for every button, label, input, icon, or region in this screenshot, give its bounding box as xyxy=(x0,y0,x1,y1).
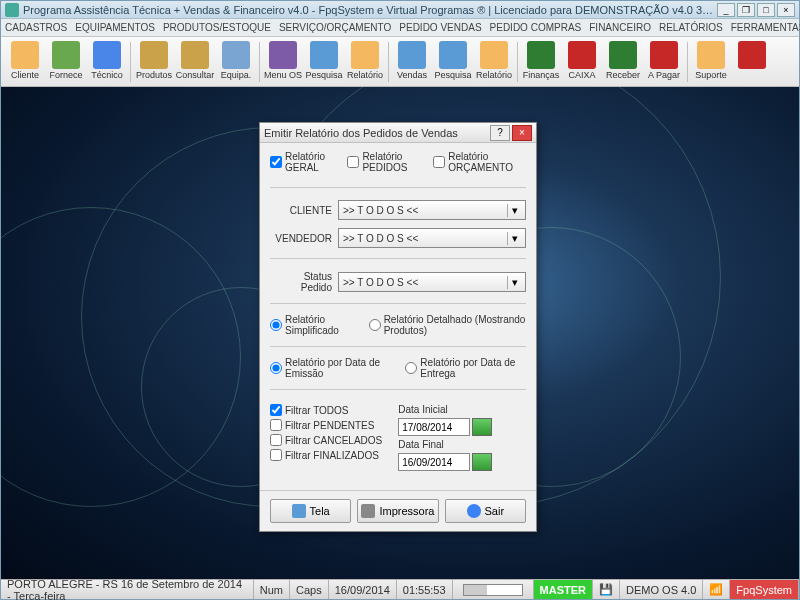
data-inicial-input[interactable] xyxy=(398,418,470,436)
cb-filtrar-todos[interactable] xyxy=(270,404,282,416)
toolbar-pesquisa[interactable]: Pesquisa xyxy=(433,39,473,85)
printer-icon xyxy=(361,504,375,518)
toolbar-icon xyxy=(527,41,555,69)
status-label: Status Pedido xyxy=(270,271,332,293)
toolbar-label: Relatório xyxy=(476,71,512,80)
sair-button[interactable]: Sair xyxy=(445,499,526,523)
calendar-icon[interactable] xyxy=(472,453,492,471)
status-date: 16/09/2014 xyxy=(329,580,397,599)
impressora-button[interactable]: Impressora xyxy=(357,499,438,523)
cb-pedidos[interactable] xyxy=(347,156,359,168)
menu-financeiro[interactable]: FINANCEIRO xyxy=(589,22,651,33)
workspace: Emitir Relatório dos Pedidos de Vendas ?… xyxy=(1,87,799,579)
menu-relatorios[interactable]: RELATÓRIOS xyxy=(659,22,723,33)
toolbar-pesquisa[interactable]: Pesquisa xyxy=(304,39,344,85)
cb-filtrar-finalizados[interactable] xyxy=(270,449,282,461)
close-button[interactable]: × xyxy=(777,3,795,17)
cb-filtrar-finalizados-label: Filtrar FINALIZADOS xyxy=(285,450,379,461)
app-title: Programa Assistência Técnica + Vendas & … xyxy=(23,4,717,16)
toolbar-vendas[interactable]: Vendas xyxy=(392,39,432,85)
toolbar-icon xyxy=(351,41,379,69)
toolbar-icon xyxy=(480,41,508,69)
chevron-down-icon: ▾ xyxy=(507,204,521,217)
status-progress xyxy=(453,580,534,599)
toolbar-relatório[interactable]: Relatório xyxy=(474,39,514,85)
toolbar-label: Cliente xyxy=(11,71,39,80)
toolbar-suporte[interactable]: Suporte xyxy=(691,39,731,85)
toolbar-label: Fornece xyxy=(49,71,82,80)
minimize-button[interactable]: _ xyxy=(717,3,735,17)
rd-detalhado-label: Relatório Detalhado (Mostrando Produtos) xyxy=(384,314,526,336)
cb-filtrar-cancelados[interactable] xyxy=(270,434,282,446)
toolbar-separator xyxy=(130,42,131,82)
toolbar-consultar[interactable]: Consultar xyxy=(175,39,215,85)
cb-filtrar-cancelados-label: Filtrar CANCELADOS xyxy=(285,435,382,446)
menu-ferramentas[interactable]: FERRAMENTAS xyxy=(731,22,800,33)
rd-entrega[interactable] xyxy=(405,362,417,374)
cb-orcamento[interactable] xyxy=(433,156,445,168)
restore-button[interactable]: ❐ xyxy=(737,3,755,17)
dialog-close-button[interactable]: × xyxy=(512,125,532,141)
toolbar-equipa.[interactable]: Equipa. xyxy=(216,39,256,85)
toolbar-label: Consultar xyxy=(176,71,215,80)
dialog-help-button[interactable]: ? xyxy=(490,125,510,141)
tela-button[interactable]: Tela xyxy=(270,499,351,523)
rd-emissao[interactable] xyxy=(270,362,282,374)
vendedor-combo[interactable]: >> T O D O S <<▾ xyxy=(338,228,526,248)
status-disk-icon: 💾 xyxy=(593,580,620,599)
toolbar-icon xyxy=(269,41,297,69)
chevron-down-icon: ▾ xyxy=(507,276,521,289)
rd-simplificado-label: Relatório Simplificado xyxy=(285,314,357,336)
toolbar-icon xyxy=(609,41,637,69)
toolbar-label: A Pagar xyxy=(648,71,680,80)
cliente-combo[interactable]: >> T O D O S <<▾ xyxy=(338,200,526,220)
menu-cadastros[interactable]: CADASTROS xyxy=(5,22,67,33)
menu-produtos-estoque[interactable]: PRODUTOS/ESTOQUE xyxy=(163,22,271,33)
toolbar-label: Equipa. xyxy=(221,71,252,80)
toolbar-caixa[interactable]: CAIXA xyxy=(562,39,602,85)
toolbar-receber[interactable]: Receber xyxy=(603,39,643,85)
toolbar-produtos[interactable]: Produtos xyxy=(134,39,174,85)
toolbar-menu os[interactable]: Menu OS xyxy=(263,39,303,85)
status-combo[interactable]: >> T O D O S <<▾ xyxy=(338,272,526,292)
status-master: MASTER xyxy=(534,580,593,599)
cb-geral-label: Relatório GERAL xyxy=(285,151,339,173)
toolbar-separator xyxy=(687,42,688,82)
statusbar: PORTO ALEGRE - RS 16 de Setembro de 2014… xyxy=(1,579,799,599)
exit-icon xyxy=(467,504,481,518)
menu-servico-orcamento[interactable]: SERVIÇO/ORÇAMENTO xyxy=(279,22,391,33)
toolbar-finanças[interactable]: Finanças xyxy=(521,39,561,85)
status-location: PORTO ALEGRE - RS 16 de Setembro de 2014… xyxy=(1,580,254,599)
status-net-icon: 📶 xyxy=(703,580,730,599)
app-icon xyxy=(5,3,19,17)
data-inicial-label: Data Inicial xyxy=(398,404,492,415)
data-final-input[interactable] xyxy=(398,453,470,471)
menu-pedido-compras[interactable]: PEDIDO COMPRAS xyxy=(490,22,582,33)
data-final-label: Data Final xyxy=(398,439,492,450)
cb-geral[interactable] xyxy=(270,156,282,168)
cb-filtrar-pendentes-label: Filtrar PENDENTES xyxy=(285,420,374,431)
toolbar-label: Suporte xyxy=(695,71,727,80)
toolbar-a pagar[interactable]: A Pagar xyxy=(644,39,684,85)
calendar-icon[interactable] xyxy=(472,418,492,436)
toolbar-técnico[interactable]: Técnico xyxy=(87,39,127,85)
toolbar-relatório[interactable]: Relatório xyxy=(345,39,385,85)
status-caps: Caps xyxy=(290,580,329,599)
toolbar-exit[interactable] xyxy=(732,39,772,85)
rd-entrega-label: Relatório por Data de Entrega xyxy=(420,357,526,379)
rd-detalhado[interactable] xyxy=(369,319,381,331)
toolbar-icon xyxy=(697,41,725,69)
toolbar-cliente[interactable]: Cliente xyxy=(5,39,45,85)
toolbar-icon xyxy=(93,41,121,69)
menu-pedido-vendas[interactable]: PEDIDO VENDAS xyxy=(399,22,481,33)
toolbar-label: Finanças xyxy=(523,71,560,80)
toolbar-separator xyxy=(517,42,518,82)
titlebar: Programa Assistência Técnica + Vendas & … xyxy=(1,1,799,19)
toolbar-fornece[interactable]: Fornece xyxy=(46,39,86,85)
menu-equipamentos[interactable]: EQUIPAMENTOS xyxy=(75,22,155,33)
maximize-button[interactable]: □ xyxy=(757,3,775,17)
cb-filtrar-pendentes[interactable] xyxy=(270,419,282,431)
rd-simplificado[interactable] xyxy=(270,319,282,331)
toolbar-label: Produtos xyxy=(136,71,172,80)
dialog-title: Emitir Relatório dos Pedidos de Vendas xyxy=(264,127,488,139)
